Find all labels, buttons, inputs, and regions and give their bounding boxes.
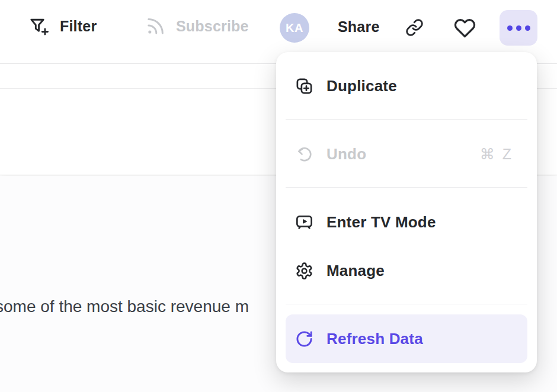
share-label: Share (338, 18, 379, 36)
ellipsis-icon (507, 25, 530, 31)
favorite-button[interactable] (454, 17, 476, 39)
menu-item-label: Refresh Data (326, 330, 423, 348)
filter-label: Filter (60, 18, 97, 35)
menu-divider (286, 119, 527, 120)
subscribe-button[interactable]: Subscribe (145, 15, 249, 37)
menu-divider (286, 187, 527, 188)
filter-plus-icon (28, 15, 50, 37)
menu-item-enter-tv-mode[interactable]: Enter TV Mode (286, 198, 527, 246)
duplicate-icon (295, 77, 313, 95)
link-icon (405, 18, 424, 37)
subscribe-label: Subscribe (176, 18, 249, 35)
menu-item-undo[interactable]: Undo ⌘ Z (286, 130, 527, 178)
gear-icon (295, 262, 313, 280)
tv-mode-icon (295, 213, 313, 232)
more-options-button[interactable] (500, 10, 537, 46)
menu-item-label: Manage (326, 262, 385, 280)
filter-button[interactable]: Filter (28, 15, 97, 37)
menu-item-manage[interactable]: Manage (286, 246, 527, 295)
undo-icon (295, 145, 313, 163)
avatar[interactable]: KA (280, 13, 309, 43)
menu-item-label: Duplicate (326, 77, 397, 95)
rss-icon (145, 15, 166, 37)
shortcut-badge: ⌘ Z (480, 146, 513, 163)
more-options-menu: Duplicate Undo ⌘ Z Enter TV Mode (276, 52, 537, 372)
menu-item-label: Enter TV Mode (326, 213, 436, 232)
avatar-initials: KA (286, 21, 303, 35)
refresh-icon (295, 330, 313, 348)
menu-item-duplicate[interactable]: Duplicate (286, 62, 527, 110)
heart-icon (454, 17, 476, 39)
menu-item-label: Undo (326, 145, 366, 163)
menu-divider (286, 304, 527, 304)
share-button[interactable]: Share (338, 18, 379, 36)
menu-item-refresh-data[interactable]: Refresh Data (286, 314, 527, 363)
copy-link-button[interactable] (405, 18, 424, 37)
